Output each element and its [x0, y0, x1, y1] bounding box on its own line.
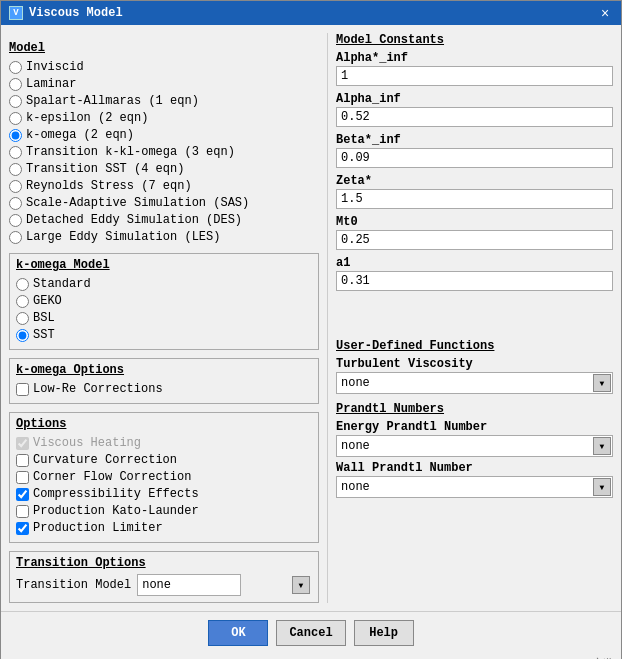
constant-label: a1 [336, 256, 613, 270]
options-section-title: Options [16, 417, 312, 431]
model-radio-item-kepsilon[interactable]: k-epsilon (2 eqn) [9, 110, 319, 126]
model-radio-komega[interactable] [9, 129, 22, 142]
option-check-production_kato[interactable] [16, 505, 29, 518]
option-item-viscous_heating[interactable]: Viscous Heating [16, 435, 312, 451]
komega-options-title: k-omega Options [16, 363, 312, 377]
turbulent-viscosity-label: Turbulent Viscosity [336, 357, 613, 371]
komega-radio-geko[interactable] [16, 295, 29, 308]
model-radio-item-spalart[interactable]: Spalart-Allmaras (1 eqn) [9, 93, 319, 109]
komega-radio-standard[interactable] [16, 278, 29, 291]
model-radio-item-inviscid[interactable]: Inviscid [9, 59, 319, 75]
option-item-compressibility[interactable]: Compressibility Effects [16, 486, 312, 502]
help-button[interactable]: Help [354, 620, 414, 646]
transition-dropdown-arrow: ▼ [292, 576, 310, 594]
option-item-corner_flow[interactable]: Corner Flow Correction [16, 469, 312, 485]
constant-input[interactable] [336, 189, 613, 209]
model-radio-les[interactable] [9, 231, 22, 244]
option-item-production_kato[interactable]: Production Kato-Launder [16, 503, 312, 519]
model-radio-sas[interactable] [9, 197, 22, 210]
option-label-viscous_heating: Viscous Heating [33, 436, 141, 450]
constant-label: Alpha*_inf [336, 51, 613, 65]
komega-radio-item-bsl[interactable]: BSL [16, 310, 312, 326]
model-radio-des[interactable] [9, 214, 22, 227]
constant-label: Zeta* [336, 174, 613, 188]
constant-block-Alpha__inf: Alpha*_inf [336, 51, 613, 90]
model-label-inviscid: Inviscid [26, 60, 84, 74]
model-label-kepsilon: k-epsilon (2 eqn) [26, 111, 148, 125]
model-radio-kepsilon[interactable] [9, 112, 22, 125]
komega-option-check-low_re[interactable] [16, 383, 29, 396]
model-radio-inviscid[interactable] [9, 61, 22, 74]
komega-label-sst: SST [33, 328, 55, 342]
title-bar: V Viscous Model × [1, 1, 621, 25]
wall-prandtl-dropdown-container: none ▼ [336, 476, 613, 498]
constant-label: Mt0 [336, 215, 613, 229]
wall-prandtl-select[interactable]: none [336, 476, 613, 498]
komega-radio-item-sst[interactable]: SST [16, 327, 312, 343]
model-radio-item-komega[interactable]: k-omega (2 eqn) [9, 127, 319, 143]
model-radio-item-transition_kklomega[interactable]: Transition k-kl-omega (3 eqn) [9, 144, 319, 160]
constant-block-Zeta_: Zeta* [336, 174, 613, 213]
constant-input[interactable] [336, 148, 613, 168]
turbulent-viscosity-select[interactable]: none [336, 372, 613, 394]
energy-prandtl-select[interactable]: none [336, 435, 613, 457]
komega-radio-sst[interactable] [16, 329, 29, 342]
model-radio-item-transition_sst[interactable]: Transition SST (4 eqn) [9, 161, 319, 177]
option-label-curvature: Curvature Correction [33, 453, 177, 467]
model-radio-item-des[interactable]: Detached Eddy Simulation (DES) [9, 212, 319, 228]
option-check-curvature[interactable] [16, 454, 29, 467]
constant-input[interactable] [336, 271, 613, 291]
window-icon: V [9, 6, 23, 20]
close-button[interactable]: × [597, 5, 613, 21]
model-radio-laminar[interactable] [9, 78, 22, 91]
option-item-curvature[interactable]: Curvature Correction [16, 452, 312, 468]
komega-option-label-low_re: Low-Re Corrections [33, 382, 163, 396]
model-radio-transition_sst[interactable] [9, 163, 22, 176]
option-check-viscous_heating [16, 437, 29, 450]
prandtl-section: Prandtl Numbers Energy Prandtl Number no… [336, 402, 613, 498]
constant-input[interactable] [336, 230, 613, 250]
model-radio-spalart[interactable] [9, 95, 22, 108]
komega-radio-bsl[interactable] [16, 312, 29, 325]
option-check-compressibility[interactable] [16, 488, 29, 501]
energy-prandtl-label: Energy Prandtl Number [336, 420, 613, 434]
model-radio-transition_kklomega[interactable] [9, 146, 22, 159]
komega-radio-group: StandardGEKOBSLSST [16, 276, 312, 343]
model-label-transition_sst: Transition SST (4 eqn) [26, 162, 184, 176]
komega-radio-item-standard[interactable]: Standard [16, 276, 312, 292]
option-check-corner_flow[interactable] [16, 471, 29, 484]
option-label-compressibility: Compressibility Effects [33, 487, 199, 501]
model-radio-reynolds_stress[interactable] [9, 180, 22, 193]
option-item-production_limiter[interactable]: Production Limiter [16, 520, 312, 536]
transition-section-title: Transition Options [16, 556, 312, 570]
model-label-komega: k-omega (2 eqn) [26, 128, 134, 142]
right-panel: Model Constants Alpha*_infAlpha_infBeta*… [327, 33, 613, 603]
options-section: Options Viscous HeatingCurvature Correct… [9, 412, 319, 543]
model-radio-item-laminar[interactable]: Laminar [9, 76, 319, 92]
transition-model-select[interactable]: noneintermittencygamma-theta [137, 574, 241, 596]
model-label-spalart: Spalart-Allmaras (1 eqn) [26, 94, 199, 108]
energy-prandtl-dropdown-container: none ▼ [336, 435, 613, 457]
transition-section: Transition Options Transition Model none… [9, 551, 319, 603]
constants-title: Model Constants [336, 33, 613, 47]
model-label-transition_kklomega: Transition k-kl-omega (3 eqn) [26, 145, 235, 159]
ok-button[interactable]: OK [208, 620, 268, 646]
komega-section: k-omega Model StandardGEKOBSLSST [9, 253, 319, 350]
model-radio-item-sas[interactable]: Scale-Adaptive Simulation (SAS) [9, 195, 319, 211]
constant-input[interactable] [336, 66, 613, 86]
constants-scroll[interactable]: Alpha*_infAlpha_infBeta*_infZeta*Mt0a1 [336, 51, 613, 331]
options-group: Viscous HeatingCurvature CorrectionCorne… [16, 435, 312, 536]
model-label-les: Large Eddy Simulation (LES) [26, 230, 220, 244]
model-radio-item-reynolds_stress[interactable]: Reynolds Stress (7 eqn) [9, 178, 319, 194]
model-radio-item-les[interactable]: Large Eddy Simulation (LES) [9, 229, 319, 245]
model-section: Model InviscidLaminarSpalart-Allmaras (1… [9, 41, 319, 245]
cancel-button[interactable]: Cancel [276, 620, 345, 646]
model-label-laminar: Laminar [26, 77, 76, 91]
constant-input[interactable] [336, 107, 613, 127]
komega-radio-item-geko[interactable]: GEKO [16, 293, 312, 309]
komega-section-title: k-omega Model [16, 258, 312, 272]
option-label-production_kato: Production Kato-Launder [33, 504, 199, 518]
option-check-production_limiter[interactable] [16, 522, 29, 535]
option-label-production_limiter: Production Limiter [33, 521, 163, 535]
komega-option-item-low_re[interactable]: Low-Re Corrections [16, 381, 312, 397]
